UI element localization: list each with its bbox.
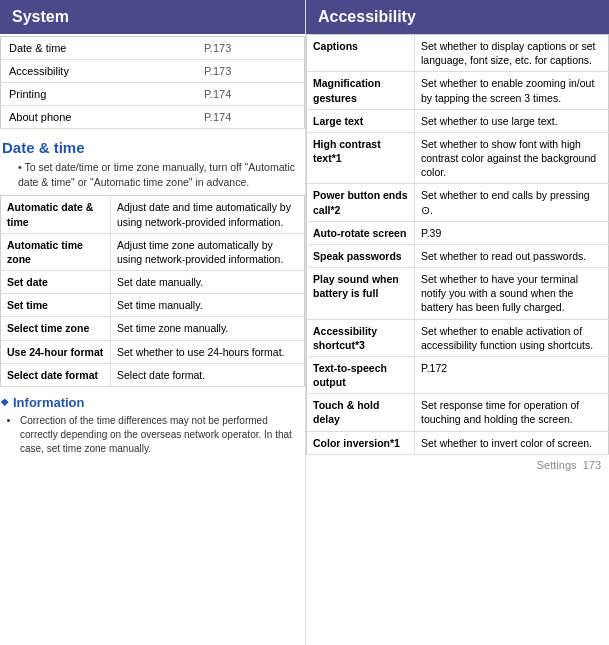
nav-page: P.174 <box>196 106 305 129</box>
information-bullets: Correction of the time differences may n… <box>8 414 305 456</box>
nav-label: About phone <box>1 106 196 129</box>
access-row[interactable]: Speak passwordsSet whether to read out p… <box>307 244 609 267</box>
access-desc: Set whether to invert color of screen. <box>415 431 609 454</box>
datetime-row[interactable]: Use 24-hour formatSet whether to use 24-… <box>1 340 305 363</box>
access-desc: P.172 <box>415 356 609 393</box>
nav-page: P.174 <box>196 83 305 106</box>
access-label: Speak passwords <box>307 244 415 267</box>
settings-label: Settings <box>537 459 577 471</box>
access-row[interactable]: Play sound when battery is fullSet wheth… <box>307 268 609 320</box>
datetime-label: Automatic date & time <box>1 196 111 233</box>
nav-row[interactable]: About phoneP.174 <box>1 106 305 129</box>
nav-page: P.173 <box>196 37 305 60</box>
datetime-desc: Select date format. <box>111 363 305 386</box>
information-title: Information <box>0 395 305 410</box>
datetime-row[interactable]: Select date formatSelect date format. <box>1 363 305 386</box>
access-label: Touch & hold delay <box>307 394 415 431</box>
access-label: Color inversion*1 <box>307 431 415 454</box>
right-panel: Accessibility CaptionsSet whether to dis… <box>305 0 609 645</box>
nav-label: Date & time <box>1 37 196 60</box>
access-label: Magnification gestures <box>307 72 415 109</box>
nav-row[interactable]: PrintingP.174 <box>1 83 305 106</box>
access-label: Text-to-speech output <box>307 356 415 393</box>
datetime-label: Automatic time zone <box>1 233 111 270</box>
access-desc: Set response time for operation of touch… <box>415 394 609 431</box>
access-label: Accessibility shortcut*3 <box>307 319 415 356</box>
left-panel: System Date & timeP.173AccessibilityP.17… <box>0 0 305 645</box>
nav-row[interactable]: AccessibilityP.173 <box>1 60 305 83</box>
datetime-row[interactable]: Automatic time zoneAdjust time zone auto… <box>1 233 305 270</box>
datetime-label: Use 24-hour format <box>1 340 111 363</box>
access-row[interactable]: High contrast text*1Set whether to show … <box>307 132 609 184</box>
nav-label: Accessibility <box>1 60 196 83</box>
access-label: High contrast text*1 <box>307 132 415 184</box>
datetime-desc: Set time manually. <box>111 294 305 317</box>
datetime-row[interactable]: Set timeSet time manually. <box>1 294 305 317</box>
datetime-row[interactable]: Automatic date & timeAdjust date and tim… <box>1 196 305 233</box>
access-desc: P.39 <box>415 221 609 244</box>
access-label: Auto-rotate screen <box>307 221 415 244</box>
accessibility-header: Accessibility <box>306 0 609 34</box>
datetime-label: Select date format <box>1 363 111 386</box>
datetime-desc: Set whether to use 24-hours format. <box>111 340 305 363</box>
access-desc: Set whether to have your terminal notify… <box>415 268 609 320</box>
access-label: Captions <box>307 35 415 72</box>
date-time-bullet: To set date/time or time zone manually, … <box>10 160 305 189</box>
datetime-label: Select time zone <box>1 317 111 340</box>
access-desc: Set whether to display captions or set l… <box>415 35 609 72</box>
datetime-desc: Set date manually. <box>111 271 305 294</box>
access-desc: Set whether to use large text. <box>415 109 609 132</box>
access-row[interactable]: CaptionsSet whether to display captions … <box>307 35 609 72</box>
date-time-table: Automatic date & timeAdjust date and tim… <box>0 195 305 387</box>
accessibility-table: CaptionsSet whether to display captions … <box>306 34 609 455</box>
nav-table: Date & timeP.173AccessibilityP.173Printi… <box>0 36 305 129</box>
access-row[interactable]: Power button ends call*2Set whether to e… <box>307 184 609 221</box>
access-row[interactable]: Accessibility shortcut*3Set whether to e… <box>307 319 609 356</box>
access-row[interactable]: Auto-rotate screenP.39 <box>307 221 609 244</box>
page-num-value: 173 <box>583 459 601 471</box>
datetime-row[interactable]: Select time zoneSet time zone manually. <box>1 317 305 340</box>
access-desc: Set whether to enable zooming in/out by … <box>415 72 609 109</box>
access-row[interactable]: Magnification gesturesSet whether to ena… <box>307 72 609 109</box>
datetime-row[interactable]: Set dateSet date manually. <box>1 271 305 294</box>
datetime-desc: Adjust time zone automatically by using … <box>111 233 305 270</box>
nav-row[interactable]: Date & timeP.173 <box>1 37 305 60</box>
system-header: System <box>0 0 305 34</box>
access-row[interactable]: Text-to-speech outputP.172 <box>307 356 609 393</box>
access-desc: Set whether to show font with high contr… <box>415 132 609 184</box>
nav-page: P.173 <box>196 60 305 83</box>
access-row[interactable]: Large textSet whether to use large text. <box>307 109 609 132</box>
access-desc: Set whether to read out passwords. <box>415 244 609 267</box>
access-desc: Set whether to enable activation of acce… <box>415 319 609 356</box>
access-row[interactable]: Color inversion*1Set whether to invert c… <box>307 431 609 454</box>
access-label: Play sound when battery is full <box>307 268 415 320</box>
date-time-title: Date & time <box>0 139 305 156</box>
access-row[interactable]: Touch & hold delaySet response time for … <box>307 394 609 431</box>
datetime-label: Set time <box>1 294 111 317</box>
datetime-desc: Set time zone manually. <box>111 317 305 340</box>
information-bullet-item: Correction of the time differences may n… <box>20 414 305 456</box>
nav-label: Printing <box>1 83 196 106</box>
access-label: Power button ends call*2 <box>307 184 415 221</box>
access-desc: Set whether to end calls by pressing ⊙. <box>415 184 609 221</box>
datetime-desc: Adjust date and time automatically by us… <box>111 196 305 233</box>
access-label: Large text <box>307 109 415 132</box>
page-number: Settings 173 <box>306 455 609 473</box>
datetime-label: Set date <box>1 271 111 294</box>
